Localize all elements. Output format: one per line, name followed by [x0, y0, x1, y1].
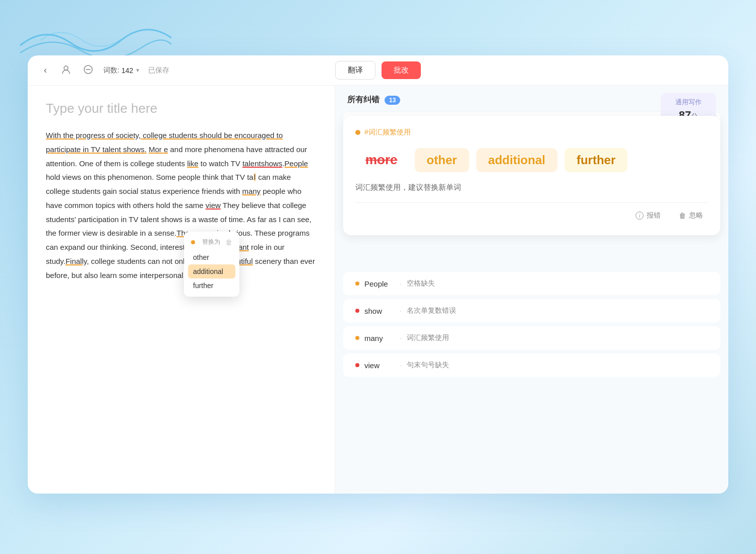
original-word: more [355, 147, 408, 173]
back-button[interactable]: ‹ [40, 63, 51, 78]
main-error-card: #词汇频繁使用 more other additional further 词汇… [343, 116, 720, 235]
error-sep-1: · [400, 307, 402, 315]
error-word-0: People [364, 280, 395, 288]
errors-badge: 13 [385, 96, 400, 105]
main-error-actions: i 报错 🗑 忽略 [355, 202, 708, 223]
error-type-0: 空格缺失 [407, 279, 435, 288]
people-error[interactable]: People [284, 159, 308, 168]
minus-circle-icon[interactable] [81, 62, 95, 79]
like-underline: like [187, 159, 199, 168]
text-segment-4: hold views on this phenomenon. Some peop… [46, 173, 254, 181]
ignore-label: 忽略 [689, 211, 703, 220]
suggestion-additional[interactable]: additional [476, 148, 557, 172]
main-error-dot [355, 130, 360, 135]
many-error[interactable]: many [242, 187, 261, 195]
toolbar-center: 翻译 批改 [335, 61, 421, 80]
main-error-card-header: #词汇频繁使用 [355, 128, 708, 137]
editor-title[interactable]: Type your title here [46, 101, 317, 116]
talentshows-error[interactable]: talentshows [242, 159, 282, 168]
main-window: ‹ 词数: 142 ▼ 已保存 翻译 批改 [28, 55, 728, 494]
error-type-1: 名次单复数错误 [407, 306, 456, 315]
error-type-3: 句末句号缺失 [407, 361, 449, 370]
error-dot-0 [355, 282, 359, 286]
error-dot-3 [355, 363, 359, 367]
error-dot-2 [355, 336, 359, 340]
ignore-button[interactable]: 🗑 忽略 [674, 208, 708, 223]
main-error-desc: 词汇频繁使用，建议替换新单词 [355, 183, 708, 192]
review-button[interactable]: 批改 [382, 61, 421, 79]
errors-title-row: 所有纠错 13 [347, 95, 400, 105]
main-error-tag: #词汇频繁使用 [364, 128, 411, 137]
report-label: 报错 [647, 211, 661, 220]
popup-item-additional[interactable]: additional [188, 264, 235, 279]
more-error[interactable]: Mor e [149, 145, 168, 154]
errors-title: 所有纠错 [347, 95, 380, 105]
user-icon[interactable] [59, 62, 73, 79]
error-type-2: 词汇频繁使用 [407, 333, 449, 342]
error-word-1: show [364, 307, 395, 315]
error-list-item[interactable]: show · 名次单复数错误 [343, 299, 720, 322]
finally-underline: Finally [66, 257, 87, 265]
popup-item-other[interactable]: other [188, 250, 235, 264]
toolbar-left: ‹ 词数: 142 ▼ 已保存 [40, 62, 327, 79]
ignore-icon: 🗑 [679, 212, 686, 220]
error-sep-0: · [400, 280, 402, 288]
wordcount-value: 142 [121, 66, 133, 75]
error-list-item[interactable]: People · 空格缺失 [343, 272, 720, 295]
error-word-3: view [364, 361, 395, 370]
score-label: 通用写作 [671, 98, 706, 107]
context-popup: 替换为 🗑 other additional further [184, 232, 239, 297]
popup-delete-icon[interactable]: 🗑 [225, 238, 232, 246]
report-button[interactable]: i 报错 [631, 208, 666, 223]
suggestion-further[interactable]: further [564, 148, 627, 172]
error-list-item[interactable]: many · 词汇频繁使用 [343, 326, 720, 350]
editor-area[interactable]: Type your title here With the progress o… [28, 86, 335, 494]
popup-dot [191, 240, 195, 244]
text-segment-3: to watch TV [199, 159, 242, 168]
content-area: Type your title here With the progress o… [28, 86, 728, 494]
popup-item-further[interactable]: further [188, 279, 235, 293]
suggestions-row: more other additional further [355, 147, 708, 173]
toolbar: ‹ 词数: 142 ▼ 已保存 翻译 批改 [28, 55, 728, 86]
wordcount-label: 词数: [103, 66, 119, 75]
wordcount-display[interactable]: 词数: 142 ▼ [103, 66, 140, 75]
translate-button[interactable]: 翻译 [335, 61, 375, 80]
editor-body[interactable]: With the progress of society, college st… [46, 128, 317, 282]
wordcount-chevron: ▼ [135, 67, 140, 73]
svg-point-0 [64, 66, 68, 70]
error-sep-2: · [400, 334, 402, 342]
popup-replace-label: 替换为 [202, 238, 220, 246]
error-list-item[interactable]: view · 句末句号缺失 [343, 354, 720, 377]
right-panel: 所有纠错 13 通用写作 87分 Mor e · 空格冗余 [335, 86, 728, 494]
error-word-2: many [364, 334, 395, 342]
error-sep-3: · [400, 361, 402, 369]
error-dot-1 [355, 309, 359, 313]
view-error[interactable]: view [206, 201, 221, 210]
report-icon: i [636, 212, 644, 220]
saved-status: 已保存 [148, 66, 169, 75]
suggestion-other[interactable]: other [415, 148, 469, 172]
errors-list: People · 空格缺失 show · 名次单复数错误 many · 词汇频繁… [335, 272, 728, 494]
popup-header: 替换为 🗑 [188, 236, 235, 250]
